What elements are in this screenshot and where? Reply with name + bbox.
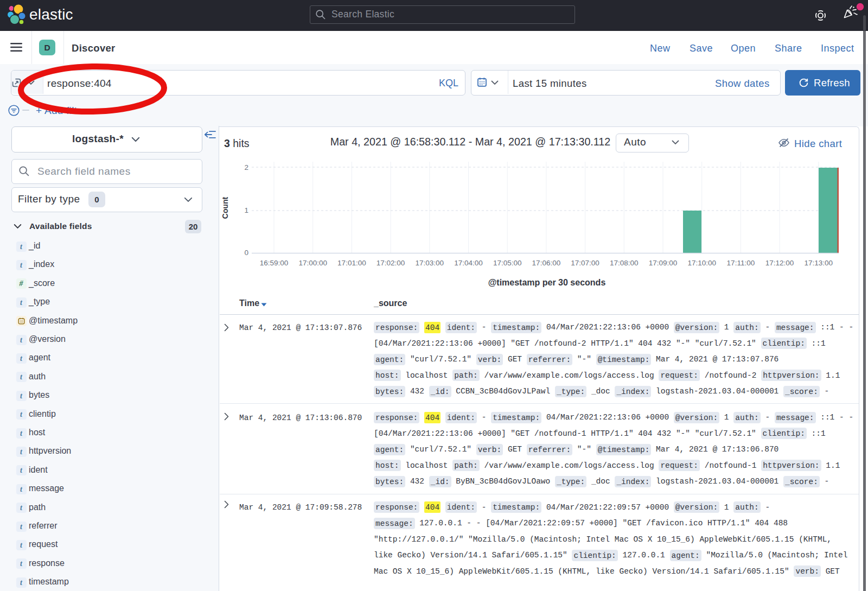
svg-text:17:06:00: 17:06:00	[532, 259, 561, 267]
svg-text:17:03:00: 17:03:00	[416, 259, 444, 267]
svg-text:17:07:00: 17:07:00	[571, 259, 599, 267]
svg-text:17:12:00: 17:12:00	[765, 259, 794, 267]
svg-text:17:11:00: 17:11:00	[727, 259, 755, 267]
svg-text:17:08:00: 17:08:00	[610, 259, 639, 267]
svg-text:Count: Count	[221, 196, 229, 219]
svg-text:17:02:00: 17:02:00	[376, 259, 405, 267]
svg-text:17:00:00: 17:00:00	[298, 259, 327, 267]
svg-text:2: 2	[244, 163, 248, 171]
svg-text:17:01:00: 17:01:00	[337, 259, 366, 267]
svg-text:17:13:00: 17:13:00	[805, 259, 833, 267]
svg-text:17:04:00: 17:04:00	[454, 259, 483, 267]
svg-text:17:09:00: 17:09:00	[649, 259, 678, 267]
svg-text:16:59:00: 16:59:00	[260, 259, 289, 267]
svg-text:0: 0	[244, 249, 248, 257]
svg-text:@timestamp per 30 seconds: @timestamp per 30 seconds	[488, 278, 606, 287]
svg-text:1: 1	[244, 206, 248, 214]
svg-text:17:10:00: 17:10:00	[687, 259, 716, 267]
svg-text:17:05:00: 17:05:00	[493, 259, 522, 267]
